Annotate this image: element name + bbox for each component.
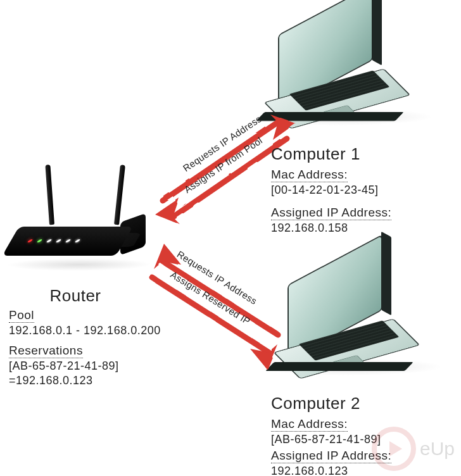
- computer-1-title: Computer 1: [271, 144, 448, 164]
- router-device: [19, 184, 158, 285]
- router-reservation-mac: [AB-65-87-21-41-89]: [9, 360, 180, 373]
- computer-1-device: [256, 9, 421, 142]
- router-antenna-icon: [114, 165, 125, 225]
- computer-2-mac-value: [AB-65-87-21-41-89]: [271, 433, 455, 446]
- router-led-icons: [27, 239, 81, 242]
- router-reservation-ip: =192.168.0.123: [9, 374, 180, 387]
- computer-2-title: Computer 2: [271, 394, 455, 413]
- router-title: Router: [9, 286, 142, 306]
- computer-1-ip-value: 192.168.0.158: [271, 222, 448, 235]
- computer-2-ip-heading: Assigned IP Address:: [271, 449, 391, 463]
- router-pool-range: 192.168.0.1 - 192.168.0.200: [9, 324, 180, 337]
- computer-1-ip-heading: Assigned IP Address:: [271, 206, 391, 220]
- router-reservations-heading: Reservations: [9, 344, 83, 358]
- router-pool-heading: Pool: [9, 308, 34, 323]
- computer-1-mac-value: [00-14-22-01-23-45]: [271, 184, 448, 197]
- computer-2-ip-value: 192.168.0.123: [271, 465, 455, 476]
- router-antenna-icon: [45, 165, 54, 225]
- computer-1-mac-heading: Mac Address:: [271, 168, 348, 182]
- computer-2-device: [266, 260, 431, 392]
- computer-2-mac-heading: Mac Address:: [271, 417, 348, 432]
